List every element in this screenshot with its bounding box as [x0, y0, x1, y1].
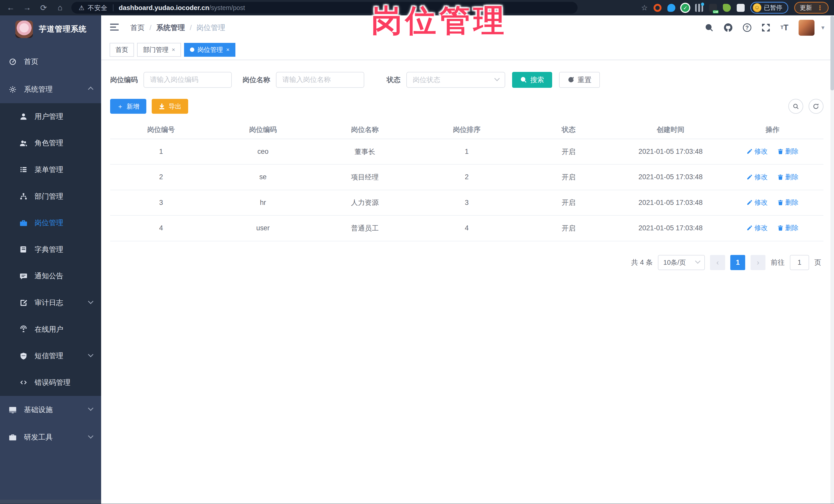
table-toolbar: ＋ 新增 导出 [110, 99, 824, 114]
sidebar-item-8[interactable]: 通知公告 [0, 263, 101, 290]
extension-orange-icon[interactable] [654, 4, 661, 12]
edit-link[interactable]: 修改 [746, 173, 768, 181]
col-post-sort: 岗位排序 [416, 121, 518, 139]
status-select[interactable]: 岗位状态 [407, 72, 505, 88]
goto-label: 前往 [771, 258, 785, 267]
breadcrumb-system[interactable]: 系统管理 [156, 23, 185, 32]
search-icon[interactable] [705, 23, 714, 32]
paused-badge[interactable]: ☺ 已暂停 [750, 2, 788, 14]
sidebar-item-2[interactable]: 用户管理 [0, 103, 101, 130]
user-avatar[interactable] [798, 20, 814, 36]
url-divider [113, 4, 113, 11]
edit-link[interactable]: 修改 [746, 147, 768, 156]
cell-sort: 2 [416, 164, 518, 190]
sidebar-item-0[interactable]: 首页 [0, 48, 101, 75]
fullscreen-icon[interactable] [761, 23, 770, 32]
users-icon [19, 138, 28, 148]
infra-icon [8, 405, 18, 414]
back-icon[interactable]: ← [5, 3, 16, 12]
tab-岗位管理[interactable]: 岗位管理× [184, 43, 235, 57]
edit-link[interactable]: 修改 [746, 198, 768, 207]
reload-icon[interactable]: ⟳ [38, 3, 49, 13]
reset-button[interactable]: 重置 [559, 72, 600, 88]
toggle-search-button[interactable] [788, 99, 803, 114]
extension-sprout-icon[interactable] [723, 4, 731, 12]
gear-icon [8, 85, 18, 94]
breadcrumb-home[interactable]: 首页 [130, 23, 145, 32]
tab-bar: 首页部门管理×岗位管理× [101, 40, 834, 60]
vertical-scrollbar[interactable] [830, 16, 834, 504]
tab-部门管理[interactable]: 部门管理× [137, 43, 181, 57]
scrollbar-thumb[interactable] [830, 16, 834, 90]
collapse-sidebar-icon[interactable] [110, 23, 120, 32]
delete-link[interactable]: 删除 [777, 147, 798, 156]
forward-icon[interactable]: → [22, 3, 32, 12]
extension-sliders-icon[interactable] [695, 4, 703, 12]
extension-gm-icon[interactable] [709, 4, 717, 12]
sidebar-item-label: 字典管理 [35, 245, 63, 255]
sidebar-item-14[interactable]: 研发工具 [0, 423, 101, 451]
sidebar-item-10[interactable]: 在线用户 [0, 316, 101, 343]
page-size-select[interactable]: 10条/页 [658, 255, 705, 270]
table-header-row: 岗位编号 岗位编码 岗位名称 岗位排序 状态 创建时间 操作 [110, 121, 824, 139]
post-code-input[interactable] [144, 72, 232, 88]
search-button[interactable]: 搜索 [512, 72, 552, 88]
sidebar-item-5[interactable]: 部门管理 [0, 183, 101, 210]
url-host: dashboard.yudao.iocoder.cn [119, 4, 209, 12]
sidebar-item-label: 在线用户 [35, 325, 63, 334]
page-1-button[interactable]: 1 [730, 255, 745, 270]
dev-tools-icon [8, 433, 18, 442]
cell-code: ceo [212, 139, 314, 164]
delete-link[interactable]: 删除 [777, 223, 798, 232]
sidebar-item-6-active[interactable]: 岗位管理 [0, 210, 101, 236]
goto-page-input[interactable] [790, 255, 809, 270]
extension-green-check-icon[interactable]: ✓ [681, 4, 689, 12]
sidebar-item-13[interactable]: 基础设施 [0, 396, 101, 424]
extension-blue-pin-icon[interactable] [667, 4, 675, 12]
sidebar-item-3[interactable]: 角色管理 [0, 130, 101, 157]
edit-link[interactable]: 修改 [746, 223, 768, 232]
browser-update-button[interactable]: 更新 ⋮ [794, 2, 829, 14]
delete-link[interactable]: 删除 [777, 198, 798, 207]
table-row: 2se项目经理2开启2021-01-05 17:03:48 修改删除 [110, 164, 824, 190]
close-tab-icon[interactable]: × [172, 46, 175, 53]
cell-id: 3 [110, 190, 212, 215]
prev-page-button[interactable]: ‹ [710, 255, 725, 270]
post-name-input[interactable] [276, 72, 364, 88]
sidebar-item-7[interactable]: 字典管理 [0, 236, 101, 263]
github-icon[interactable] [724, 23, 732, 32]
next-page-button[interactable]: › [751, 255, 766, 270]
not-secure-label: 不安全 [88, 4, 108, 12]
sidebar-item-9[interactable]: 审计日志 [0, 289, 101, 316]
horizontal-scrollbar[interactable] [0, 500, 101, 504]
font-size-icon[interactable]: TT [781, 24, 788, 31]
address-bar[interactable]: ⚠ 不安全 dashboard.yudao.iocoder.cn/system/… [71, 2, 578, 14]
add-button[interactable]: ＋ 新增 [110, 99, 146, 114]
user-icon [19, 112, 28, 121]
page-unit-label: 页 [814, 258, 821, 267]
browser-menu-dots-icon[interactable]: ⋮ [817, 4, 823, 12]
menu-list-icon [19, 165, 28, 174]
chevron-down-icon [495, 76, 500, 81]
refresh-button[interactable] [809, 99, 824, 114]
header-actions: ? TT ▼ [705, 20, 826, 36]
sidebar-item-12[interactable]: 错误码管理 [0, 369, 101, 396]
delete-link[interactable]: 删除 [777, 173, 798, 181]
home-icon[interactable]: ⌂ [55, 3, 65, 12]
close-tab-icon[interactable]: × [226, 46, 229, 53]
sidebar-item-1[interactable]: 系统管理 [0, 75, 101, 103]
sidebar-item-11[interactable]: 短信管理 [0, 343, 101, 369]
export-button[interactable]: 导出 [152, 99, 189, 114]
cell-created: 2021-01-05 17:03:48 [620, 164, 722, 190]
help-icon[interactable]: ? [743, 23, 751, 32]
online-user-icon [19, 325, 28, 334]
cell-code: se [212, 164, 314, 190]
avatar-caret-down-icon[interactable]: ▼ [820, 25, 826, 31]
sidebar-menu: 首页系统管理用户管理角色管理菜单管理部门管理岗位管理字典管理通知公告审计日志在线… [0, 43, 101, 451]
bookmark-star-icon[interactable]: ☆ [641, 3, 648, 12]
active-tab-dot [190, 47, 194, 52]
extensions-puzzle-icon[interactable] [737, 4, 745, 12]
cell-code: user [212, 215, 314, 241]
tab-首页[interactable]: 首页 [110, 43, 134, 57]
sidebar-item-4[interactable]: 菜单管理 [0, 156, 101, 183]
